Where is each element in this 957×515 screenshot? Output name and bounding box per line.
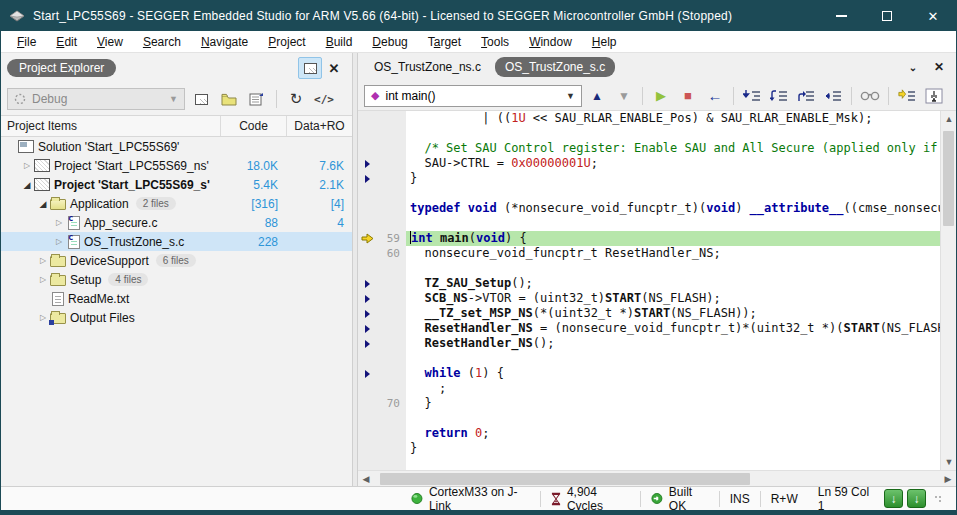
code-text[interactable]: [406, 216, 940, 231]
previous-function-button[interactable]: ▲: [585, 85, 609, 107]
gutter-margin[interactable]: [358, 396, 376, 411]
code-text[interactable]: }: [406, 396, 940, 411]
code-line[interactable]: typedef void (*nonsecure_void_funcptr_t)…: [358, 201, 940, 216]
tree-row[interactable]: Solution 'Start_LPC55S69': [1, 137, 352, 156]
view-source-button[interactable]: </>: [312, 88, 336, 110]
code-text[interactable]: [406, 261, 940, 276]
menu-search[interactable]: Search: [133, 33, 191, 51]
gutter-margin[interactable]: [358, 441, 376, 456]
statement-marker-icon[interactable]: [358, 171, 376, 186]
statement-marker-icon[interactable]: [358, 336, 376, 351]
step-out-button[interactable]: [794, 85, 818, 107]
code-text[interactable]: nonsecure_void_funcptr_t ResetHandler_NS…: [406, 246, 940, 261]
menu-tools[interactable]: Tools: [471, 33, 519, 51]
code-line[interactable]: [358, 216, 940, 231]
vertical-scrollbar[interactable]: ▲ ▼: [940, 111, 956, 470]
expand-collapsed-icon[interactable]: ▷: [53, 237, 65, 246]
code-text[interactable]: int main(void) {: [406, 231, 940, 246]
tree-row[interactable]: ◢Application2 files[316][4]: [1, 194, 352, 213]
gutter-margin[interactable]: [358, 246, 376, 261]
editor-tab[interactable]: OS_TrustZone_ns.c: [364, 57, 491, 77]
execution-pointer-icon[interactable]: [358, 231, 376, 246]
code-text[interactable]: }: [406, 171, 940, 186]
expand-collapsed-icon[interactable]: ▷: [37, 256, 49, 265]
code-line[interactable]: [358, 261, 940, 276]
code-text[interactable]: typedef void (*nonsecure_void_funcptr_t)…: [406, 201, 940, 216]
expand-expanded-icon[interactable]: ◢: [37, 199, 49, 209]
code-line[interactable]: }: [358, 441, 940, 456]
tree-row[interactable]: ReadMe.txt: [1, 289, 352, 308]
step-into-button[interactable]: [740, 85, 764, 107]
tree-row[interactable]: ◢Project 'Start_LPC55S69_s'5.4K2.1K: [1, 175, 352, 194]
expand-collapsed-icon[interactable]: ▷: [37, 313, 49, 322]
scroll-down-icon[interactable]: ▼: [941, 454, 957, 470]
close-editor-icon[interactable]: ✕: [928, 60, 950, 74]
code-text[interactable]: [406, 186, 940, 201]
code-text[interactable]: }: [406, 441, 940, 456]
new-folder-button[interactable]: [217, 88, 241, 110]
gutter-margin[interactable]: [358, 261, 376, 276]
code-text[interactable]: SCB_NS->VTOR = (uint32_t)START(NS_FLASH)…: [406, 291, 940, 306]
gutter-margin[interactable]: [358, 201, 376, 216]
watch-button[interactable]: [858, 85, 882, 107]
scroll-left-icon[interactable]: ◀: [358, 471, 374, 487]
gutter-margin[interactable]: [358, 126, 376, 141]
code-line[interactable]: ResetHandler_NS = (nonsecure_void_funcpt…: [358, 321, 940, 336]
menu-debug[interactable]: Debug: [362, 33, 417, 51]
menu-target[interactable]: Target: [418, 33, 471, 51]
properties-button[interactable]: [245, 88, 269, 110]
continue-button[interactable]: ▶: [649, 85, 673, 107]
goto-cursor-button[interactable]: [922, 85, 946, 107]
step-over-button[interactable]: [767, 85, 791, 107]
code-line[interactable]: ResetHandler_NS();: [358, 336, 940, 351]
code-text[interactable]: /* Set SAU Control register: Enable SAU …: [406, 141, 940, 156]
refresh-button[interactable]: ↻: [284, 88, 308, 110]
code-line[interactable]: }: [358, 171, 940, 186]
minimize-button[interactable]: [818, 1, 864, 31]
gutter-margin[interactable]: [358, 111, 376, 126]
gutter-margin[interactable]: [358, 216, 376, 231]
next-function-button[interactable]: ▼: [612, 85, 636, 107]
tab-list-chevron-icon[interactable]: ⌄: [902, 62, 924, 73]
tree-row[interactable]: ▷Setup4 files: [1, 270, 352, 289]
statement-marker-icon[interactable]: [358, 291, 376, 306]
step-back-button[interactable]: ←: [703, 85, 727, 107]
close-button[interactable]: ✕: [910, 1, 956, 31]
code-text[interactable]: ;: [406, 381, 940, 396]
gutter-margin[interactable]: [358, 426, 376, 441]
code-line[interactable]: TZ_SAU_Setup();: [358, 276, 940, 291]
code-line[interactable]: 60 nonsecure_void_funcptr_t ResetHandler…: [358, 246, 940, 261]
download-button-2[interactable]: ↓: [907, 489, 926, 508]
tree-row[interactable]: ▷App_secure.c884: [1, 213, 352, 232]
build-configuration-dropdown[interactable]: Debug ▼: [7, 88, 185, 110]
expand-expanded-icon[interactable]: ◢: [21, 180, 33, 190]
vertical-scroll-thumb[interactable]: [943, 131, 954, 226]
gutter-margin[interactable]: [358, 186, 376, 201]
function-dropdown[interactable]: ◆ int main() ▼: [364, 85, 582, 107]
statement-marker-icon[interactable]: [358, 156, 376, 171]
code-text[interactable]: [406, 411, 940, 426]
code-line[interactable]: [358, 351, 940, 366]
expand-collapsed-icon[interactable]: ▷: [21, 161, 33, 170]
code-line[interactable]: [358, 411, 940, 426]
menu-file[interactable]: File: [7, 33, 46, 51]
maximize-button[interactable]: [864, 1, 910, 31]
resize-grip[interactable]: [934, 495, 942, 503]
code-text[interactable]: SAU->CTRL = 0x00000001U;: [406, 156, 940, 171]
menu-navigate[interactable]: Navigate: [191, 33, 258, 51]
dock-window-button[interactable]: [298, 57, 322, 79]
menu-build[interactable]: Build: [316, 33, 363, 51]
expand-collapsed-icon[interactable]: ▷: [53, 218, 65, 227]
editor-tab-active[interactable]: OS_TrustZone_s.c: [495, 57, 615, 77]
menu-edit[interactable]: Edit: [46, 33, 87, 51]
gutter-margin[interactable]: [358, 141, 376, 156]
code-line[interactable]: SAU->CTRL = 0x00000001U;: [358, 156, 940, 171]
code-text[interactable]: TZ_SAU_Setup();: [406, 276, 940, 291]
code-line[interactable]: /* Set SAU Control register: Enable SAU …: [358, 141, 940, 156]
stop-button[interactable]: ■: [676, 85, 700, 107]
code-line[interactable]: | ((1U << SAU_RLAR_ENABLE_Pos) & SAU_RLA…: [358, 111, 940, 126]
menu-view[interactable]: View: [87, 33, 133, 51]
code-text[interactable]: | ((1U << SAU_RLAR_ENABLE_Pos) & SAU_RLA…: [406, 111, 940, 126]
code-text[interactable]: return 0;: [406, 426, 940, 441]
code-editor[interactable]: | ((1U << SAU_RLAR_ENABLE_Pos) & SAU_RLA…: [358, 111, 940, 470]
